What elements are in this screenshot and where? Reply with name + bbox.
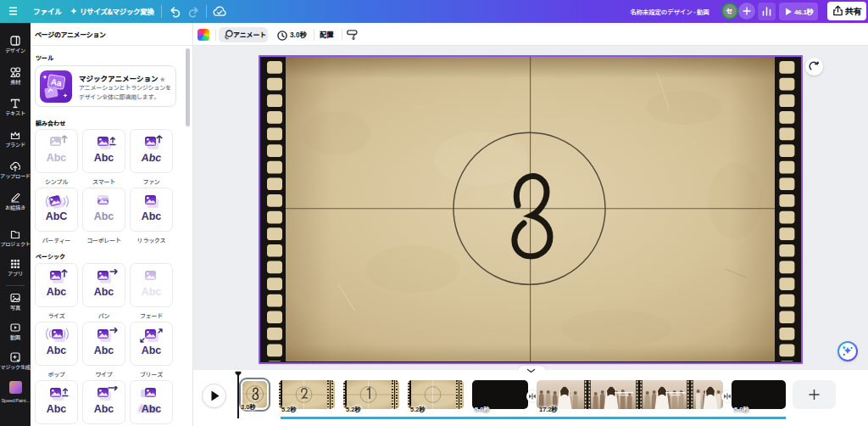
svg-text:Aa: Aa: [50, 77, 63, 88]
